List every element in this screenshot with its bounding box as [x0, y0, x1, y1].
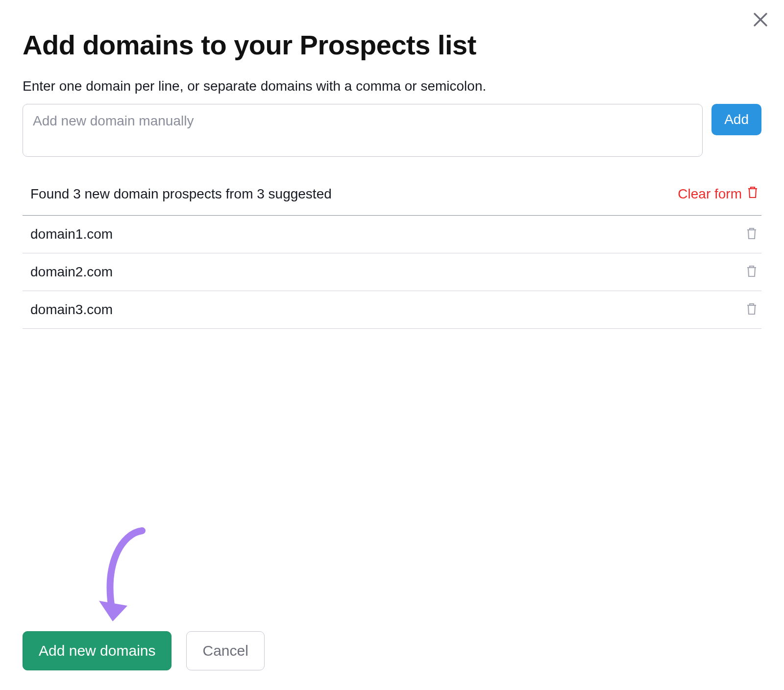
domain-list: domain1.com domain2.com domain3.co: [23, 216, 761, 329]
modal-title: Add domains to your Prospects list: [23, 29, 761, 61]
domain-row: domain1.com: [23, 216, 761, 253]
input-row: Add: [23, 104, 761, 157]
delete-domain-button[interactable]: [746, 226, 758, 242]
delete-domain-button[interactable]: [746, 302, 758, 318]
modal-subtext: Enter one domain per line, or separate d…: [23, 78, 761, 94]
add-domains-modal: Add domains to your Prospects list Enter…: [0, 0, 784, 690]
add-button[interactable]: Add: [711, 104, 761, 135]
clear-form-button[interactable]: Clear form: [678, 185, 761, 202]
domain-name: domain1.com: [30, 226, 113, 242]
clear-form-label: Clear form: [678, 186, 742, 202]
modal-footer: Add new domains Cancel: [23, 631, 265, 670]
trash-icon: [746, 226, 758, 242]
domain-input[interactable]: [23, 104, 703, 157]
found-text: Found 3 new domain prospects from 3 sugg…: [30, 186, 332, 202]
trash-icon: [746, 264, 758, 280]
trash-icon: [746, 302, 758, 318]
found-summary-row: Found 3 new domain prospects from 3 sugg…: [23, 179, 761, 216]
domain-row: domain2.com: [23, 253, 761, 291]
cancel-button[interactable]: Cancel: [186, 631, 264, 670]
trash-icon: [747, 185, 759, 202]
add-new-domains-button[interactable]: Add new domains: [23, 631, 172, 670]
delete-domain-button[interactable]: [746, 264, 758, 280]
domain-name: domain2.com: [30, 264, 113, 280]
arrow-annotation-icon: [93, 523, 157, 636]
close-button[interactable]: [749, 9, 772, 32]
close-icon: [752, 11, 769, 30]
domain-name: domain3.com: [30, 302, 113, 318]
domain-row: domain3.com: [23, 291, 761, 329]
